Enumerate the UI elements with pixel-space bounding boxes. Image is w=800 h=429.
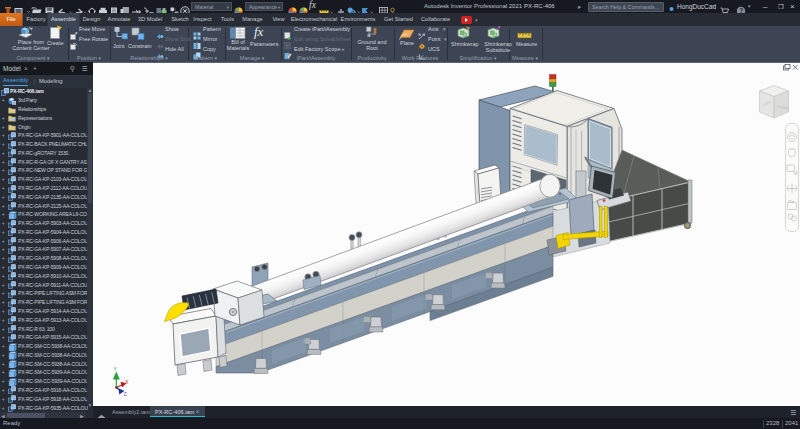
svg-text:Y: Y [114, 366, 118, 372]
svg-text:Z: Z [124, 391, 127, 397]
svg-text:X: X [125, 379, 129, 385]
